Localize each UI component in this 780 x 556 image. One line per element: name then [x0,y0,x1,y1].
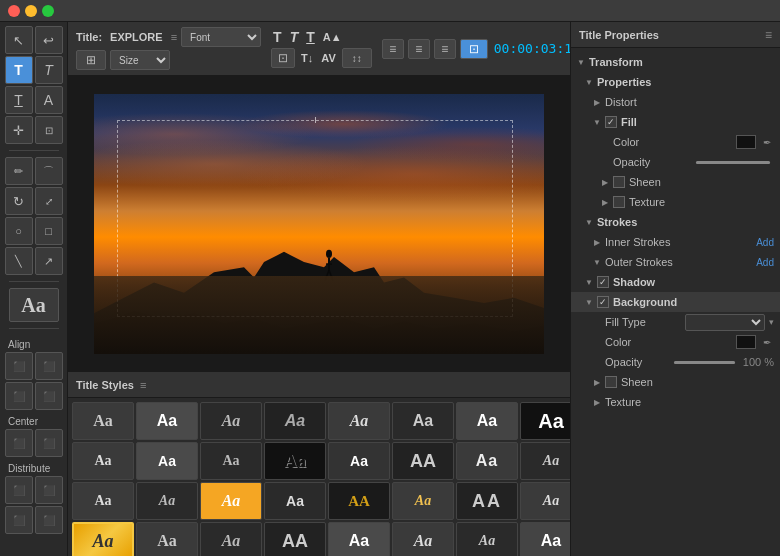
type-underline-tool[interactable]: T [5,86,33,114]
outer-strokes-triangle[interactable] [593,258,601,266]
properties-triangle[interactable] [585,78,593,86]
style-cell-31[interactable]: Aa [520,522,570,556]
type-italic-tool[interactable]: T [35,56,63,84]
style-cell-7[interactable]: Aa [520,402,570,440]
align-center-tool[interactable]: ⬛ [35,352,63,380]
style-cell-13[interactable]: AA [392,442,454,480]
bg-texture-triangle[interactable] [593,398,601,406]
align-left-btn[interactable]: ≡ [382,39,404,59]
sheen-row[interactable]: Sheen [571,172,780,192]
inner-strokes-add-button[interactable]: Add [756,237,774,248]
size-dropdown[interactable]: Size [110,50,170,70]
spacing-btn[interactable]: ↕↕ [342,48,372,68]
title-styles-menu-icon[interactable]: ≡ [140,379,146,391]
distribute-h-tool[interactable]: ⬛ [5,476,33,504]
fullscreen-button[interactable] [42,5,54,17]
distribute-f-tool[interactable]: ⬛ [35,506,63,534]
bg-texture-row[interactable]: Texture [571,392,780,412]
selection-tool[interactable]: ↖ [5,26,33,54]
style-cell-6[interactable]: Aa [456,402,518,440]
color-swatch[interactable] [736,135,756,149]
shadow-triangle[interactable] [585,278,593,286]
style-cell-20[interactable]: AA [328,482,390,520]
background-checkbox[interactable] [597,296,609,308]
style-cell-11[interactable]: Aa [264,442,326,480]
style-cell-0[interactable]: Aa [72,402,134,440]
sheen-triangle[interactable] [601,178,609,186]
style-cell-2[interactable]: Aa [200,402,262,440]
style-cell-3[interactable]: Aa [264,402,326,440]
bg-sheen-checkbox[interactable] [605,376,617,388]
align-left-tool[interactable]: ⬛ [5,352,33,380]
title-safe-btn[interactable]: ⊡ [460,39,488,59]
pencil-tool[interactable]: ⌒ [35,157,63,185]
style-cell-14[interactable]: Aa [456,442,518,480]
bg-color-swatch[interactable] [736,335,756,349]
bg-sheen-row[interactable]: Sheen [571,372,780,392]
transform-tool[interactable]: ⊡ [35,116,63,144]
bg-eyedropper-button[interactable]: ✒ [760,335,774,349]
distort-row[interactable]: Distort [571,92,780,112]
style-cell-28[interactable]: Aa [328,522,390,556]
fill-checkbox[interactable] [605,116,617,128]
style-cell-30[interactable]: Aa [456,522,518,556]
transform-triangle[interactable] [577,58,585,66]
align-right-btn[interactable]: ≡ [434,39,456,59]
style3-button[interactable]: T [304,29,317,45]
style-cell-26[interactable]: Aa [200,522,262,556]
style-cell-27[interactable]: AA [264,522,326,556]
style-cell-29[interactable]: Aa [392,522,454,556]
style-cell-17[interactable]: Aa [136,482,198,520]
distort-triangle[interactable] [593,98,601,106]
type-shadow-tool[interactable]: A [35,86,63,114]
font-dropdown[interactable]: Font [181,27,261,47]
style-cell-5[interactable]: Aa [392,402,454,440]
outer-strokes-row[interactable]: Outer Strokes Add [571,252,780,272]
texture-row[interactable]: Texture [571,192,780,212]
style-cell-9[interactable]: Aa [136,442,198,480]
ellipse-tool[interactable]: ○ [5,217,33,245]
properties-section-row[interactable]: Properties [571,72,780,92]
move-tool[interactable]: ✛ [5,116,33,144]
fill-triangle[interactable] [593,118,601,126]
style-cell-12[interactable]: Aa [328,442,390,480]
kern-button[interactable]: A▲ [321,31,344,43]
arrow-tool[interactable]: ↗ [35,247,63,275]
media-type-btn[interactable]: ⊞ [76,50,106,70]
bg-sheen-triangle[interactable] [593,378,601,386]
rectangle-tool[interactable]: □ [35,217,63,245]
line-tool[interactable]: ╲ [5,247,33,275]
style-cell-23[interactable]: Aa [520,482,570,520]
minimize-button[interactable] [25,5,37,17]
superscript-button[interactable]: AV [319,52,337,64]
style-cell-25[interactable]: Aa [136,522,198,556]
style-cell-15[interactable]: Aa [520,442,570,480]
align-center-btn[interactable]: ≡ [408,39,430,59]
align-bottom-tool[interactable]: ⬛ [35,382,63,410]
style-cell-18[interactable]: Aa [200,482,262,520]
style-cell-10[interactable]: Aa [200,442,262,480]
texture-triangle[interactable] [601,198,609,206]
pen-tool[interactable]: ✏ [5,157,33,185]
close-button[interactable] [8,5,20,17]
strokes-triangle[interactable] [585,218,593,226]
panel-menu-icon[interactable]: ≡ [765,28,772,42]
outer-strokes-add-button[interactable]: Add [756,257,774,268]
align-top-tool[interactable]: ⬛ [5,382,33,410]
type-tool[interactable]: T [5,56,33,84]
style-cell-8[interactable]: Aa [72,442,134,480]
scale-tool[interactable]: ⤢ [35,187,63,215]
texture-checkbox[interactable] [613,196,625,208]
fill-row[interactable]: Fill [571,112,780,132]
sheen-checkbox[interactable] [613,176,625,188]
center-v-tool[interactable]: ⬛ [35,429,63,457]
style-cell-16[interactable]: Aa [72,482,134,520]
strokes-row[interactable]: Strokes [571,212,780,232]
opacity-slider[interactable] [696,161,771,164]
inner-strokes-triangle[interactable] [593,238,601,246]
text-box-btn[interactable]: ⊡ [271,48,295,68]
style-cell-19[interactable]: Aa [264,482,326,520]
style-cell-4[interactable]: Aa [328,402,390,440]
bold-button[interactable]: T [271,29,284,45]
inner-strokes-row[interactable]: Inner Strokes Add [571,232,780,252]
